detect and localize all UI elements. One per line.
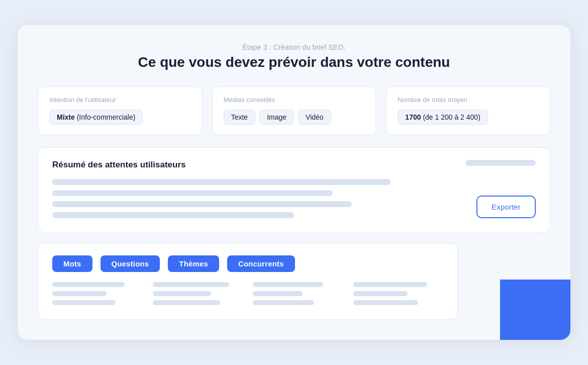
- tag-questions-button[interactable]: Questions: [101, 255, 160, 272]
- skeleton-line-1: [52, 179, 390, 185]
- media-badge-video: Vidéo: [298, 110, 331, 125]
- words-badge-row: 1700 (de 1 200 à 2 400): [398, 110, 539, 125]
- summary-skeleton-lines: [52, 179, 536, 218]
- col1-line3: [52, 300, 116, 305]
- col1-line1: [52, 282, 125, 287]
- words-card: Nombre de mots moyen 1700 (de 1 200 à 2 …: [386, 86, 550, 135]
- top-cards: Intention de l'utilisateur Mixte (Info-c…: [38, 86, 550, 135]
- col-1: [52, 282, 143, 305]
- col4-line2: [353, 291, 408, 296]
- skeleton-line-2: [52, 190, 333, 196]
- col3-line3: [253, 300, 314, 305]
- intention-badge-row: Mixte (Info-commerciale): [49, 110, 190, 125]
- col2-line2: [153, 291, 212, 296]
- col2-line1: [153, 282, 230, 287]
- export-button[interactable]: Exporter: [476, 196, 536, 218]
- words-label: Nombre de mots moyen: [398, 96, 539, 104]
- words-badge: 1700 (de 1 200 à 2 400): [398, 110, 487, 125]
- skeleton-right-bar: [465, 160, 536, 166]
- page-title: Ce que vous devez prévoir dans votre con…: [38, 54, 550, 70]
- col-3: [253, 282, 343, 305]
- media-label: Médias conseillés: [224, 96, 365, 104]
- col3-line1: [253, 282, 323, 287]
- col4-line3: [353, 300, 418, 305]
- summary-title: Résumé des attentes utilisateurs: [52, 160, 536, 170]
- skeleton-line-4: [52, 212, 294, 218]
- media-badge-image: Image: [259, 110, 294, 125]
- col-4: [353, 282, 444, 305]
- col3-line2: [253, 291, 303, 296]
- columns-row: [52, 282, 443, 305]
- blue-corner-accent: [500, 280, 570, 340]
- intention-label: Intention de l'utilisateur: [49, 96, 190, 104]
- col2-line3: [153, 300, 221, 305]
- col-2: [153, 282, 243, 305]
- tag-themes-button[interactable]: Thèmes: [168, 255, 219, 272]
- tag-mots-button[interactable]: Mots: [52, 255, 92, 272]
- intention-badge: Mixte (Info-commerciale): [49, 110, 143, 125]
- step-label: Étape 3 : Création du brief SEO.: [38, 43, 550, 51]
- main-container: Étape 3 : Création du brief SEO. Ce que …: [18, 25, 570, 340]
- summary-card: Résumé des attentes utilisateurs Exporte…: [38, 147, 550, 233]
- col4-line1: [353, 282, 427, 287]
- tag-row: Mots Questions Thèmes Concurrents: [52, 255, 443, 272]
- col1-line2: [52, 291, 107, 296]
- media-badge-row: Texte Image Vidéo: [224, 110, 365, 125]
- intention-badge-suffix: (Info-commerciale): [77, 113, 136, 121]
- media-badge-texte: Texte: [224, 110, 255, 125]
- words-badge-range: (de 1 200 à 2 400): [423, 113, 480, 121]
- media-card: Médias conseillés Texte Image Vidéo: [212, 86, 376, 135]
- skeleton-line-3: [52, 201, 352, 207]
- bottom-card: Mots Questions Thèmes Concurrents: [38, 243, 458, 320]
- intention-card: Intention de l'utilisateur Mixte (Info-c…: [38, 86, 202, 135]
- tag-concurrents-button[interactable]: Concurrents: [227, 255, 295, 272]
